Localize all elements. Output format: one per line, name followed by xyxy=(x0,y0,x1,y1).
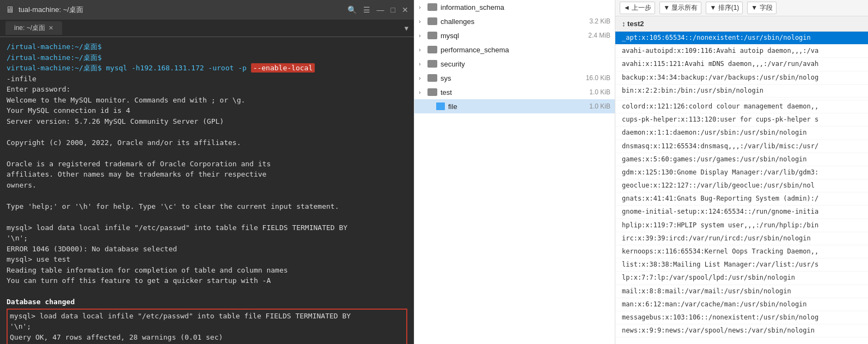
terminal-line: '\n'; xyxy=(7,233,407,244)
tab-dropdown-icon[interactable]: ▼ xyxy=(405,25,408,32)
filetree-name: security xyxy=(441,60,610,68)
terminal-line: Your MySQL connection id is 4 xyxy=(7,105,407,116)
data-row[interactable]: news:x:9:9:news:/var/spool/news:/var/sbi… xyxy=(615,324,868,337)
sql-line: mysql> load data local infile "/etc/pass… xyxy=(10,311,404,322)
terminal-tab[interactable]: ine: ~/桌面 ✕ xyxy=(5,21,62,35)
terminal-line: Enter password: xyxy=(7,84,407,95)
prev-button[interactable]: ◄ 上一步 xyxy=(620,2,655,14)
filetree-panel: › information_schema › challenges 3.2 Ki… xyxy=(414,0,615,344)
terminal-line: Type 'help;' or '\h' for help. Type '\c'… xyxy=(7,201,407,212)
filter-button[interactable]: ▼ 字段 xyxy=(747,2,776,14)
filetree-arrow: › xyxy=(419,61,427,67)
tab-bar: ine: ~/桌面 ✕ ▼ xyxy=(0,20,414,37)
data-row[interactable]: lp:x:7:7:lp:/var/spool/lpd:/usr/sbin/nol… xyxy=(615,271,868,285)
db-icon xyxy=(427,60,437,68)
filetree-name: sys xyxy=(441,74,586,82)
data-row[interactable]: _apt:x:105:65534::/nonexistent:/usr/sbin… xyxy=(615,32,868,45)
data-row[interactable]: bin:x:2:2:bin:/bin:/usr/sbin/nologin xyxy=(615,85,868,98)
data-row[interactable]: geoclue:x:122:127::/var/lib/geoclue:/usr… xyxy=(615,179,868,192)
db-icon xyxy=(427,46,437,53)
terminal-line: /irtual-machine:~/桌面$ xyxy=(7,41,407,52)
data-panel: ◄ 上一步 ▼ 显示所有 ▼ 排序(1) ▼ 字段 ↕ test2 _apt:x… xyxy=(615,0,868,344)
terminal-line: mysql> load data local infile "/etc/pass… xyxy=(7,222,407,233)
data-row[interactable]: daemon:x:1:1:daemon:/usr/sbin:/usr/sbin/… xyxy=(615,126,868,140)
sort-button[interactable]: ▼ 排序(1) xyxy=(706,2,743,14)
terminal-line: -infile xyxy=(7,74,407,85)
db-icon xyxy=(427,32,437,39)
data-content[interactable]: _apt:x:105:65534::/nonexistent:/usr/sbin… xyxy=(615,32,868,344)
data-row[interactable]: cups-pk-helper:x:113:120:user for cups-p… xyxy=(615,113,868,126)
filetree-item-sys[interactable]: › sys 16.0 KiB xyxy=(414,71,615,85)
filetree-name: challenges xyxy=(441,17,589,26)
data-row[interactable]: gdm:x:125:130:Gnome Display Manager:/var… xyxy=(615,166,868,179)
sql-command-block: mysql> load data local infile "/etc/pass… xyxy=(7,309,407,345)
tab-close-icon[interactable]: ✕ xyxy=(48,25,53,32)
restore-button[interactable]: □ xyxy=(391,5,395,14)
data-row[interactable]: man:x:6:12:man:/var/cache/man:/usr/sbin/… xyxy=(615,298,868,311)
titlebar-left: 🖥 tual-machine: ~/桌面 xyxy=(5,5,83,15)
terminal-line: Reading table information for completion… xyxy=(7,265,407,276)
terminal-line: You can turn off this feature to get a q… xyxy=(7,275,407,286)
minimize-button[interactable]: — xyxy=(377,5,384,14)
sql-line: Query OK, 47 rows affected, 28 warnings … xyxy=(10,332,404,343)
filetree-size: 2.4 MiB xyxy=(588,32,610,39)
data-row[interactable]: list:x:38:38:Mailing List Manager:/var/l… xyxy=(615,258,868,271)
filetree-arrow: › xyxy=(419,89,427,95)
sql-line: '\n'; xyxy=(10,321,404,332)
data-row[interactable]: irc:x:39:39:ircd:/var/run/ircd:/usr/sbin… xyxy=(615,232,868,245)
terminal-content: /irtual-machine:~/桌面$ /irtual-machine:~/… xyxy=(0,37,414,344)
terminal-title: tual-machine: ~/桌面 xyxy=(19,5,83,15)
terminal-line-cmd: virtual-machine:~/桌面$ mysql -h192.168.13… xyxy=(7,63,407,74)
filetree-name: file xyxy=(448,102,589,111)
filetree-item-mysql[interactable]: › mysql 2.4 MiB xyxy=(414,28,615,43)
data-row[interactable]: backup:x:34:34:backup:/var/backups:/usr/… xyxy=(615,71,868,85)
terminal-line: Oracle is a registered trademark of Orac… xyxy=(7,159,407,170)
filetree-item-performance-schema[interactable]: › performance_schema xyxy=(414,43,615,57)
filetree-item-file[interactable]: file 1.0 KiB xyxy=(414,99,615,113)
terminal-icon: 🖥 xyxy=(5,5,14,15)
filetree-arrow: › xyxy=(419,18,427,25)
search-icon[interactable]: 🔍 xyxy=(347,5,357,14)
db-icon xyxy=(427,3,437,11)
terminal-line: mysql> use test xyxy=(7,254,407,265)
terminal-line: Welcome to the MySQL monitor. Commands e… xyxy=(7,95,407,106)
file-icon xyxy=(436,102,445,110)
filetree-arrow: › xyxy=(419,32,427,39)
filetree-item-information-schema[interactable]: › information_schema xyxy=(414,0,615,14)
data-row[interactable]: avahi-autoipd:x:109:116:Avahi autoip dae… xyxy=(615,45,868,58)
data-row[interactable]: hplip:x:119:7:HPLIP system user,,,:/run/… xyxy=(615,219,868,232)
terminal-line: owners. xyxy=(7,180,407,191)
titlebar-controls: 🔍 ☰ — □ ✕ xyxy=(347,5,408,14)
data-row[interactable]: colord:x:121:126:colord colour managemen… xyxy=(615,100,868,113)
filetree-size: 1.0 KiB xyxy=(589,88,610,96)
show-all-button[interactable]: ▼ 显示所有 xyxy=(659,2,701,14)
data-row[interactable]: gnome-initial-setup:x:124:65534::/run/gn… xyxy=(615,206,868,219)
filetree-item-security[interactable]: › security xyxy=(414,57,615,71)
terminal-line xyxy=(7,148,407,159)
terminal-line: ERROR 1046 (3D000): No database selected xyxy=(7,244,407,255)
data-row[interactable]: dnsmasq:x:112:65534:dnsmasq,,,:/var/lib/… xyxy=(615,140,868,153)
terminal-line: Copyright (c) 2000, 2022, Oracle and/or … xyxy=(7,137,407,148)
data-panel-toolbar: ◄ 上一步 ▼ 显示所有 ▼ 排序(1) ▼ 字段 xyxy=(615,0,868,16)
data-panel-header: ↕ test2 xyxy=(615,16,868,32)
terminal-panel: 🖥 tual-machine: ~/桌面 🔍 ☰ — □ ✕ ine: ~/桌面… xyxy=(0,0,414,344)
menu-icon[interactable]: ☰ xyxy=(363,5,370,14)
close-button[interactable]: ✕ xyxy=(402,5,408,14)
filetree-name: information_schema xyxy=(441,3,610,11)
data-row[interactable]: gnats:x:41:41:Gnats Bug-Reporting System… xyxy=(615,192,868,206)
filetree-arrow: › xyxy=(419,75,427,81)
data-row[interactable]: kernoops:x:116:65534:Kernel Oops Trackin… xyxy=(615,245,868,258)
terminal-line: Server version: 5.7.26 MySQL Community S… xyxy=(7,116,407,127)
filetree-name: mysql xyxy=(441,32,588,40)
data-row[interactable]: games:x:5:60:games:/usr/games:/usr/sbin/… xyxy=(615,153,868,166)
filetree-name: test xyxy=(441,88,589,96)
terminal-line: /irtual-machine:~/桌面$ xyxy=(7,52,407,63)
filetree-item-challenges[interactable]: › challenges 3.2 KiB xyxy=(414,14,615,28)
filetree-name: performance_schema xyxy=(441,46,610,54)
data-row[interactable]: avahi:x:115:121:Avahi mDNS daemon,,,:/va… xyxy=(615,58,868,71)
db-icon xyxy=(427,17,437,25)
terminal-line xyxy=(7,212,407,222)
data-row[interactable]: mail:x:8:8:mail:/var/mail:/usr/sbin/nolo… xyxy=(615,285,868,298)
data-row[interactable]: messagebus:x:103:106::/nonexistent:/usr/… xyxy=(615,311,868,324)
filetree-item-test[interactable]: › test 1.0 KiB xyxy=(414,85,615,99)
